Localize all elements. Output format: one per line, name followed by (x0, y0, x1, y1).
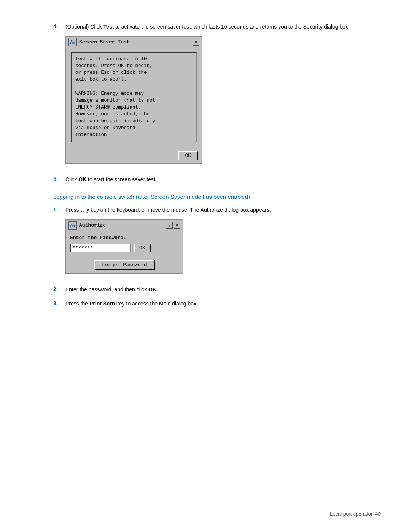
authorize-label: Enter the Password. (70, 234, 179, 242)
page-footer: Local port operation 40 (330, 511, 381, 517)
login-step-1: 1. Press any key on the keyboard, or mov… (53, 206, 373, 280)
step-4: 4. (Optional) Click Test to activate the… (53, 23, 373, 169)
dialog-body: Test will terminate in 10 seconds. Press… (66, 48, 202, 149)
authorize-title: Authorize (79, 222, 106, 229)
authorize-title-buttons: ? ✕ (166, 222, 180, 229)
login-step-3-content: Press the Print Scrn key to access the M… (65, 300, 373, 308)
dialog-close-button[interactable]: ✕ (193, 39, 199, 46)
step-5-bold: OK (78, 176, 86, 182)
step-5: 5. Click OK to start the screen saver te… (53, 176, 373, 184)
dialog-body-text: Test will terminate in 10 seconds. Press… (71, 52, 197, 142)
authorize-body: Enter the Password. OK (66, 231, 183, 259)
login-step-3-bold: Print Scrn (89, 300, 115, 307)
forgot-password-button[interactable]: Forgot Password (94, 260, 154, 270)
step-5-text: Click (65, 176, 78, 182)
dialog-footer: OK (66, 149, 202, 163)
login-step-3: 3. Press the Print Scrn key to access th… (53, 300, 373, 308)
authorize-password-input[interactable] (70, 244, 131, 252)
login-step-3-number: 3. (53, 300, 65, 306)
authorize-footer: Forgot Password (66, 259, 183, 273)
forgot-password-rest: orgot Password (105, 262, 147, 268)
login-step-1-number: 1. (53, 206, 65, 212)
login-step-2-text-before: Enter the password, and then click (65, 286, 148, 292)
screen-saver-ok-button[interactable]: OK (178, 151, 198, 160)
step-4-text-before: (Optional) Click (65, 24, 104, 30)
step-4-bold: Test (104, 24, 114, 30)
authorize-titlebar: hp Authorize ? ✕ (66, 220, 183, 231)
login-step-2: 2. Enter the password, and then click OK… (53, 286, 373, 294)
section-heading: Logging in to the console switch (after … (53, 193, 373, 201)
authorize-titlebar-left: hp Authorize (68, 221, 106, 230)
hp-logo-icon: hp (68, 38, 77, 46)
login-step-2-number: 2. (53, 286, 65, 292)
step-4-number: 4. (53, 23, 65, 29)
authorize-close-button[interactable]: ✕ (174, 222, 180, 229)
login-step-2-bold: OK. (148, 286, 158, 292)
step-4-text-after: to activate the screen saver test, which… (114, 24, 349, 30)
step-5-content: Click OK to start the screen saver test. (65, 176, 373, 184)
step-5-text-after: to start the screen saver test. (86, 176, 156, 182)
screen-saver-test-dialog: hp Screen Saver Test ✕ Test will termina… (65, 36, 202, 164)
login-step-3-text-after: key to access the Main dialog box. (115, 300, 198, 307)
authorize-help-button[interactable]: ? (166, 222, 173, 229)
titlebar-left: hp Screen Saver Test (68, 38, 130, 46)
login-step-1-text: Press any key on the keyboard, or move t… (65, 207, 271, 213)
authorize-dialog: hp Authorize ? ✕ Enter the Password. OK … (65, 219, 183, 275)
step-5-number: 5. (53, 176, 65, 182)
authorize-hp-logo-icon: hp (68, 221, 77, 230)
login-step-2-content: Enter the password, and then click OK. (65, 286, 373, 294)
login-step-3-text-before: Press the (65, 300, 89, 307)
authorize-input-row: OK (70, 244, 179, 252)
dialog-titlebar: hp Screen Saver Test ✕ (66, 37, 202, 48)
login-step-1-content: Press any key on the keyboard, or move t… (65, 206, 373, 280)
dialog-title: Screen Saver Test (79, 38, 130, 46)
step-4-content: (Optional) Click Test to activate the sc… (65, 23, 373, 169)
authorize-ok-button[interactable]: OK (134, 244, 151, 252)
